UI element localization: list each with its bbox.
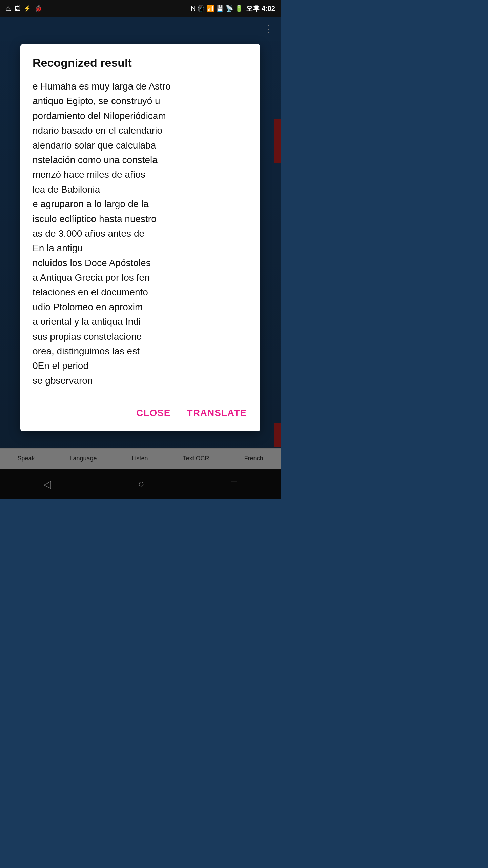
status-bar: ⚠ 🖼 ⚡ 🐞 N 📳 📶 💾 📡 🔋 오후 4:02 — [0, 0, 281, 17]
image-icon: 🖼 — [14, 5, 20, 12]
warning-icon: ⚠ — [5, 5, 11, 12]
status-time: 오후 4:02 — [246, 4, 275, 13]
nfc-icon: N — [191, 5, 195, 12]
storage-icon: 💾 — [216, 5, 224, 12]
battery-icon: 🔋 — [235, 5, 243, 12]
status-bar-left: ⚠ 🖼 ⚡ 🐞 — [5, 5, 42, 12]
recognized-result-dialog: Recognized result e Humaha es muy larga … — [20, 44, 260, 431]
bug-icon: 🐞 — [35, 5, 42, 12]
app-background: ⋮ Speak Language Listen Text OCR French … — [0, 17, 281, 499]
dialog-content: e Humaha es muy larga de Astro antiquo E… — [33, 79, 248, 388]
signal-icon: 📡 — [226, 5, 233, 12]
dialog-title: Recognized result — [33, 56, 248, 70]
translate-button[interactable]: TRANSLATE — [186, 405, 248, 421]
usb-icon: ⚡ — [24, 5, 31, 12]
close-button[interactable]: CLOSE — [135, 405, 172, 421]
status-bar-right: N 📳 📶 💾 📡 🔋 오후 4:02 — [191, 4, 275, 13]
vibrate-icon: 📳 — [197, 5, 205, 12]
dialog-actions: CLOSE TRANSLATE — [33, 401, 248, 421]
wifi-icon: 📶 — [207, 5, 214, 12]
